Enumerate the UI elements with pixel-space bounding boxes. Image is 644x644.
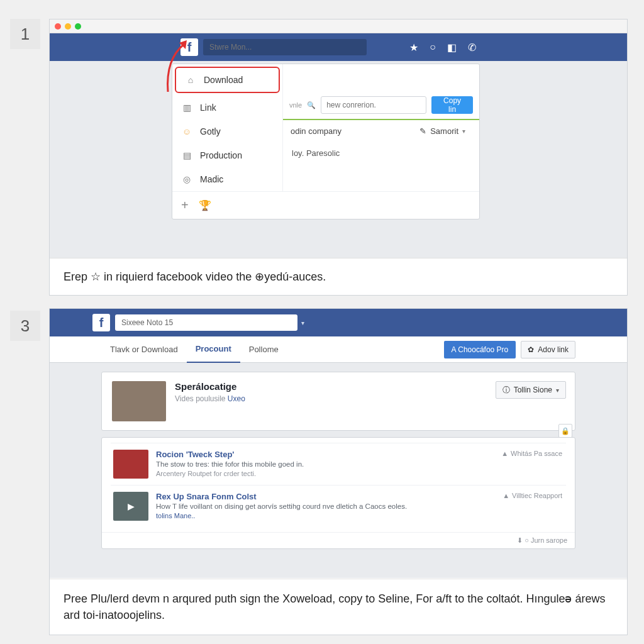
video-list-card: 🔒 Rocion 'Tweck Step' The stow to tres: …: [101, 437, 575, 549]
dropdown-right: vnle 🔍 Copy lin odin company ✎ Samorit ▾: [283, 91, 479, 164]
search-glyph-icon: 🔍: [307, 101, 316, 109]
copy-link-button[interactable]: Copy lin: [431, 96, 473, 114]
step-number-1: 1: [10, 19, 40, 49]
profile-subtitle: Vides poulusile Uxeo: [175, 394, 245, 403]
tab-procount[interactable]: Procount: [187, 336, 240, 363]
list-footer[interactable]: ⬇ ○ Jurn sarope: [102, 532, 575, 548]
tab-download[interactable]: Tlavk or Download: [101, 336, 187, 363]
company-label: odin company: [291, 126, 341, 136]
user-icon: ▲: [502, 492, 509, 499]
step1-content: ⌂ Download ▥ Link ☺ Gotly ▤: [50, 61, 627, 260]
chevron-down-icon[interactable]: ▾: [301, 319, 304, 326]
dropdown-footer: + 🏆: [172, 192, 479, 219]
menu-label: Link: [200, 103, 216, 113]
user-icon: ☺: [181, 126, 192, 137]
video-action[interactable]: ▲Whitás Pa ssace: [501, 450, 562, 457]
card-icon: ▤: [181, 150, 192, 161]
url-prefix: vnle: [289, 101, 302, 109]
step-number-3: 3: [10, 311, 40, 341]
circle-icon[interactable]: ○: [430, 42, 436, 53]
step1-caption: Erep ☆ in riquierd facebook video the ⊕y…: [50, 258, 627, 295]
add-icon[interactable]: +: [181, 198, 189, 213]
video-title[interactable]: Rex Up Snara Fonm Colst: [156, 492, 407, 501]
video-title[interactable]: Rocion 'Tweck Step': [156, 450, 304, 459]
profile-name: Sperálocatige: [175, 381, 245, 392]
search-input[interactable]: [115, 314, 297, 331]
menu-production[interactable]: ▤ Production: [172, 143, 282, 167]
video-row[interactable]: Rocion 'Tweck Step' The stow to tres: th…: [111, 443, 566, 485]
topbar-icons: ★ ○ ◧ ✆: [409, 42, 476, 53]
key-icon: ✎: [419, 126, 426, 136]
menu-label: Gotly: [200, 126, 221, 136]
profile-menu-button[interactable]: ⓘ Tollin Sione ▾: [496, 381, 566, 399]
user-icon: ▲: [501, 450, 508, 457]
video-desc: How T life voillant on dising get aorvís…: [156, 502, 407, 510]
menu-download[interactable]: ⌂ Download: [175, 67, 280, 93]
menu-label: Download: [204, 75, 243, 85]
video-thumbnail[interactable]: ▶: [113, 492, 148, 521]
add-link-button[interactable]: ✿ Adov link: [521, 341, 575, 358]
search-input[interactable]: [203, 39, 367, 55]
star-icon[interactable]: ★: [409, 42, 418, 53]
dropdown-menu: ⌂ Download ▥ Link ☺ Gotly ▤: [172, 64, 283, 191]
facebook-topbar: f ▾: [50, 309, 627, 336]
tab-pollome[interactable]: Pollome: [240, 336, 287, 363]
home-icon: ⌂: [185, 74, 196, 86]
menu-label: Madic: [200, 174, 223, 184]
lock-icon[interactable]: 🔒: [558, 424, 572, 438]
profile-link[interactable]: Uxeo: [228, 394, 245, 403]
video-meta[interactable]: tolins Mane..: [156, 512, 407, 519]
paresolic-label: loy. Paresolic: [283, 142, 479, 164]
trophy-icon[interactable]: 🏆: [199, 199, 211, 211]
video-action[interactable]: ▲Villtiec Reapport: [502, 492, 562, 499]
zoom-dot[interactable]: [75, 23, 81, 30]
play-icon: [113, 450, 148, 479]
video-row[interactable]: ▶ Rex Up Snara Fonm Colst How T life voi…: [111, 485, 566, 527]
choose-pro-button[interactable]: A Choocáfoo Pro: [444, 341, 516, 358]
tabs-bar: Tlavk or Download Procount Pollome A Cho…: [50, 336, 627, 363]
url-input[interactable]: [321, 96, 426, 114]
profile-thumbnail[interactable]: [112, 381, 166, 421]
window-titlebar: [50, 19, 627, 33]
chevron-down-icon: ▾: [556, 387, 559, 394]
facebook-logo[interactable]: f: [92, 314, 110, 331]
video-thumbnail[interactable]: [113, 450, 148, 479]
gear-icon: ✿: [528, 345, 534, 354]
video-meta: Arcentery Routpet for crder tecti.: [156, 470, 304, 477]
menu-madic[interactable]: ◎ Madic: [172, 167, 282, 191]
info-icon: ⓘ: [502, 385, 510, 396]
step3-caption: Pree Plu/lerd devm n arqured puth sign t…: [50, 579, 627, 635]
menu-link[interactable]: ▥ Link: [172, 96, 282, 119]
step1-panel: f ★ ○ ◧ ✆ ⌂ Download ▥ Link: [49, 19, 628, 296]
target-icon: ◎: [181, 174, 192, 185]
step3-content: Sperálocatige Vides poulusile Uxeo ⓘ Tol…: [50, 363, 627, 578]
video-desc: The stow to tres: thie fofor this mobile…: [156, 460, 304, 468]
step3-panel: f ▾ Tlavk or Download Procount Pollome A…: [49, 308, 628, 635]
menu-label: Production: [200, 150, 242, 160]
dropdown-panel: ⌂ Download ▥ Link ☺ Gotly ▤: [172, 64, 480, 219]
camera-icon[interactable]: ◧: [447, 42, 457, 53]
profile-card: Sperálocatige Vides poulusile Uxeo ⓘ Tol…: [101, 372, 575, 431]
play-icon: ▶: [113, 492, 148, 521]
panel-icon: ▥: [181, 102, 192, 113]
chevron-down-icon[interactable]: ▾: [462, 128, 472, 135]
facebook-logo[interactable]: f: [180, 38, 198, 56]
close-dot[interactable]: [55, 23, 61, 30]
facebook-topbar: f ★ ○ ◧ ✆: [50, 33, 627, 61]
minimize-dot[interactable]: [65, 23, 71, 30]
menu-gotly[interactable]: ☺ Gotly: [172, 119, 282, 143]
samorit-item[interactable]: ✎ Samorit: [419, 126, 458, 136]
chat-icon[interactable]: ✆: [468, 42, 476, 53]
